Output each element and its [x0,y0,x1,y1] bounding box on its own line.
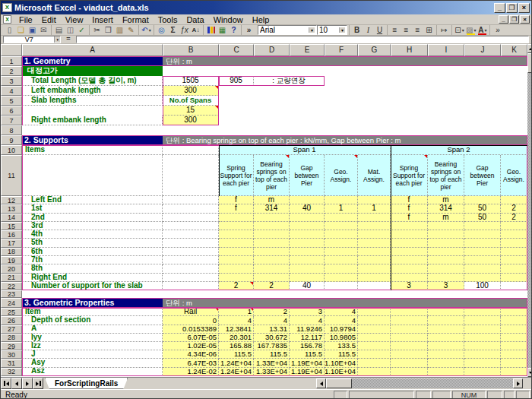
cell-K32[interactable] [501,368,527,376]
cell-K20[interactable] [501,264,527,273]
cell-J17[interactable] [464,239,501,247]
cell-B28[interactable]: 6.07E-05 [163,334,219,342]
cell-A5[interactable]: Slab lengths [22,96,163,106]
close-button[interactable] [518,3,530,13]
cell-H27[interactable] [391,325,428,334]
more-buttons-icon[interactable]: » [243,25,255,35]
cell-B10[interactable] [163,145,219,155]
cell-F11[interactable]: Geo. Assign. [325,155,358,196]
font-color-icon[interactable]: A▾ [477,25,488,35]
chart-wizard-icon[interactable] [205,25,217,35]
cell-A4[interactable]: Left embank length [22,86,163,96]
cell-A30[interactable]: J [22,350,163,359]
row-header-24[interactable]: 24 [1,298,22,308]
cell-I29[interactable] [428,342,464,350]
cell-B21[interactable] [163,274,219,282]
row-header-14[interactable]: 14 [1,214,22,222]
cell-A19[interactable]: 7th [22,256,163,264]
cell-H13[interactable]: f [391,204,428,213]
cell-D28[interactable]: 30.672 [254,334,290,342]
cell-B3[interactable]: 1505 [163,76,219,86]
cell-D12[interactable]: m [254,196,290,204]
first-sheet-icon[interactable] [1,378,11,389]
cell-G21[interactable] [358,274,391,282]
cell-E20[interactable] [290,264,325,273]
cell-A1[interactable]: 1. Geometry [22,56,163,66]
column-header-k[interactable]: K [501,44,527,56]
cell-D29[interactable]: 167.7835 [254,342,290,350]
workbook-icon[interactable]: X [3,15,11,24]
cell-B29[interactable]: 1.02E-05 [163,342,219,350]
cell-B6[interactable]: 15 [163,106,219,116]
cell-K31[interactable] [501,359,527,367]
cell-I14[interactable]: m [428,214,464,222]
align-right-icon[interactable]: ≡ [412,25,423,35]
cell-B18[interactable] [163,248,219,256]
cell-H16[interactable] [391,230,428,239]
row-header-10[interactable]: 10 [1,145,22,155]
cell-J27[interactable] [464,325,501,334]
more-buttons-fmt-icon[interactable]: » [492,25,503,35]
cell-I22[interactable]: 3 [428,282,464,290]
name-box-dropdown-icon[interactable]: ▾ [54,36,60,43]
borders-dropdown-icon[interactable]: ▾ [462,27,464,33]
cell-H26[interactable] [391,316,428,325]
cell-K17[interactable] [501,239,527,247]
cell-K11[interactable]: Geo. Assign. [501,155,527,196]
print-icon[interactable]: ▤ [53,25,65,35]
cell-G27[interactable] [358,325,391,334]
cell-E15[interactable] [290,222,325,230]
cell-E31[interactable]: 1.19E+04 [290,359,325,367]
cell-I17[interactable] [428,239,464,247]
row-header-18[interactable]: 18 [1,248,22,256]
cell-F19[interactable] [325,256,358,264]
cell-J30[interactable] [464,350,501,359]
cut-icon[interactable]: ✂ [91,25,103,35]
fill-color-icon[interactable]: ▨▾ [465,25,477,35]
cell-G22[interactable] [358,282,391,290]
align-left-icon[interactable]: ≡ [389,25,401,35]
cell-I32[interactable] [428,368,464,376]
cell-H10[interactable]: Span 2 [391,145,527,155]
cell-H20[interactable] [391,264,428,273]
font-size-dropdown-icon[interactable]: ▾ [339,27,345,33]
cell-F30[interactable]: 115.5 [325,350,358,359]
cell-I11[interactable]: Bearing springs on top of each pier [428,155,464,196]
cell-B26[interactable]: 0 [163,316,219,325]
cell-E18[interactable] [290,248,325,256]
cell-A21[interactable]: Right End [22,274,163,282]
cell-G18[interactable] [358,248,391,256]
row-header-4[interactable]: 4 [1,86,22,96]
row-header-25[interactable]: 25 [1,308,22,316]
row-header-16[interactable]: 16 [1,230,22,239]
cell-F31[interactable]: 1.10E+04 [325,359,358,367]
row-header-12[interactable]: 12 [1,196,22,204]
cell-J16[interactable] [464,230,501,239]
cell-K13[interactable]: 2 [501,204,527,213]
row-header-23[interactable]: 23 [1,290,22,298]
cell-G20[interactable] [358,264,391,273]
scroll-right-icon[interactable] [513,378,523,388]
cell-C28[interactable]: 20.301 [219,334,254,342]
cell-A22[interactable]: Number of support for the slab [22,282,163,290]
cell-J20[interactable] [464,264,501,273]
horizontal-scroll-track[interactable] [352,378,513,388]
sheet-tab-forscriptingrails[interactable]: ForScriptingRails [45,378,128,389]
menu-item-edit[interactable]: Edit [37,15,61,24]
cell-B1[interactable]: 단위 : m [163,56,527,66]
cell-G16[interactable] [358,230,391,239]
cell-H14[interactable]: f [391,214,428,222]
increase-indent-icon[interactable]: ↦ [439,25,450,35]
cell-J13[interactable]: 50 [464,204,501,213]
cell-A24[interactable]: 3. Geometric Properties [22,298,163,308]
cell-E16[interactable] [290,230,325,239]
cell-E22[interactable]: 40 [290,282,325,290]
workbook-restore-button[interactable] [509,15,519,24]
cell-J19[interactable] [464,256,501,264]
cell-D18[interactable] [254,248,290,256]
cell-I15[interactable] [428,222,464,230]
cell-D20[interactable] [254,264,290,273]
cell-B24[interactable]: 단위 : m [163,298,527,308]
cell-A3[interactable]: Total Length (모델 총 길이, m) [22,76,163,86]
cell-C16[interactable] [219,230,254,239]
